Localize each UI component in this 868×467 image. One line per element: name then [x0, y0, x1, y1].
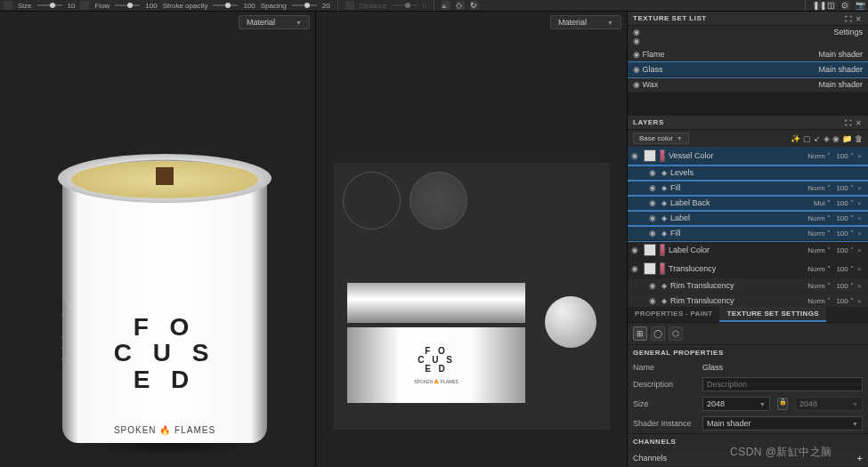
remove-icon[interactable]: ×: [857, 297, 864, 305]
eye-icon[interactable]: ◉: [631, 246, 640, 254]
stroke-slider[interactable]: [213, 4, 238, 6]
effect-icon[interactable]: ◈: [661, 169, 667, 177]
opacity[interactable]: 100 ˅: [834, 282, 854, 290]
blend-mode[interactable]: Norm ˅: [806, 229, 831, 238]
delete-icon[interactable]: 🗑: [855, 134, 863, 143]
remove-icon[interactable]: ×: [857, 152, 864, 160]
settings-link[interactable]: Settings: [833, 28, 863, 45]
eye-icon[interactable]: ◉: [631, 151, 640, 160]
opacity[interactable]: 100 ˅: [834, 152, 854, 160]
blend-mode[interactable]: Norm ˅: [806, 297, 831, 305]
eye-icon[interactable]: ◉: [633, 50, 640, 59]
eye-icon[interactable]: ◉: [633, 80, 640, 89]
layer-row[interactable]: ◉Vessel ColorNorm ˅100 ˅×: [628, 147, 868, 165]
camera-icon[interactable]: 📷: [856, 1, 864, 10]
blend-mode[interactable]: Norm ˅: [806, 265, 831, 273]
eye-icon[interactable]: ◉: [631, 264, 640, 273]
opacity[interactable]: 100 ˅: [834, 214, 854, 222]
shader-dropdown[interactable]: Main shader▼: [702, 416, 863, 431]
opacity[interactable]: 100 ˅: [834, 229, 854, 238]
iray-icon[interactable]: ⊙: [841, 1, 850, 10]
effect-icon[interactable]: ◈: [661, 297, 667, 305]
layer-row[interactable]: ◉◈Rim TranslucencyNorm ˅100 ˅×: [628, 278, 868, 294]
size-dropdown-h[interactable]: 2048▼: [795, 397, 863, 411]
layer-row[interactable]: ◉◈LabelNorm ˅100 ˅×: [628, 211, 868, 226]
compare-icon[interactable]: ↙: [814, 134, 821, 143]
lock-icon[interactable]: 🔒: [777, 398, 788, 410]
texture-set-item[interactable]: ◉ GlassMain shader: [628, 62, 868, 77]
opacity[interactable]: 100 ˅: [834, 199, 854, 207]
layer-row[interactable]: ◉◈Levels: [628, 165, 868, 181]
opacity[interactable]: 100 ˅: [834, 297, 854, 305]
symmetry-icon[interactable]: ⟁: [442, 1, 450, 10]
viewport-3d[interactable]: Material ▼ all natural coconut wax F O C…: [0, 12, 316, 467]
opacity[interactable]: 100 ˅: [834, 184, 854, 192]
opacity[interactable]: 100 ˅: [834, 246, 854, 254]
tab-properties[interactable]: PROPERTIES - PAINT: [628, 307, 719, 322]
eye-icon[interactable]: ◉: [649, 281, 658, 290]
eye-icon[interactable]: ◉: [649, 296, 658, 305]
material-dropdown[interactable]: Material ▼: [239, 15, 310, 29]
close-icon[interactable]: ✕: [856, 15, 863, 22]
brush-icon[interactable]: [4, 1, 12, 10]
remove-icon[interactable]: ×: [857, 246, 864, 254]
size-slider[interactable]: [37, 4, 62, 6]
flow-icon[interactable]: [80, 1, 89, 10]
undock-icon[interactable]: ⛶: [845, 119, 852, 126]
effect-icon[interactable]: ◈: [661, 282, 667, 290]
size-dropdown-w[interactable]: 2048▼: [702, 397, 770, 411]
tab-texture-set-settings[interactable]: TEXTURE SET SETTINGS: [719, 307, 825, 322]
eye-icon[interactable]: ◉: [649, 168, 658, 177]
remove-icon[interactable]: ×: [857, 184, 864, 192]
blend-mode[interactable]: Mul ˅: [806, 199, 831, 207]
add-layer-icon[interactable]: ◉: [832, 134, 840, 143]
remove-icon[interactable]: ×: [857, 214, 864, 222]
texture-set-item[interactable]: ◉ FlameMain shader: [628, 47, 868, 62]
eye-icon[interactable]: ◉: [649, 198, 658, 207]
mode-icon[interactable]: ◫: [827, 1, 836, 10]
blend-mode[interactable]: Norm ˅: [806, 282, 831, 290]
layer-row[interactable]: ◉◈Rim TranslucencyNorm ˅100 ˅×: [628, 294, 868, 307]
effect-icon[interactable]: ✨: [791, 134, 800, 143]
mode-cube-button[interactable]: ⬡: [669, 326, 683, 341]
viewport-2d[interactable]: Material ▼ F O C U S E D SPOKEN 🔥 FLAMES: [316, 12, 628, 467]
layer-row[interactable]: ◉◈FillNorm ˅100 ˅×: [628, 181, 868, 196]
flow-slider[interactable]: [115, 4, 140, 6]
remove-icon[interactable]: ×: [857, 282, 864, 290]
remove-icon[interactable]: ×: [857, 265, 864, 273]
pause-icon[interactable]: ❚❚: [813, 1, 822, 10]
eye-icon[interactable]: ◉: [649, 229, 658, 238]
opacity[interactable]: 100 ˅: [834, 265, 854, 273]
blend-mode[interactable]: Norm ˅: [806, 184, 831, 192]
stamp-icon[interactable]: [345, 1, 354, 10]
remove-icon[interactable]: ×: [857, 229, 864, 238]
layer-row[interactable]: ◉◈FillNorm ˅100 ˅×: [628, 226, 868, 241]
blend-mode[interactable]: Norm ˅: [806, 214, 831, 222]
layer-row[interactable]: ◉Label ColorNorm ˅100 ˅×: [628, 241, 868, 260]
mode-uv-button[interactable]: ⊞: [633, 326, 647, 341]
effect-icon[interactable]: ◈: [661, 199, 667, 207]
distance-slider[interactable]: [393, 4, 418, 6]
eye-icon[interactable]: ◉: [649, 183, 658, 192]
effect-icon[interactable]: ◈: [661, 214, 667, 222]
add-fill-icon[interactable]: ◈: [823, 134, 830, 143]
add-channel-button[interactable]: +: [857, 453, 863, 463]
layer-row[interactable]: ◉TranslucencyNorm ˅100 ˅×: [628, 260, 868, 278]
desc-input[interactable]: [702, 377, 863, 391]
visibility-all-icon[interactable]: ◉ ◉: [633, 28, 642, 45]
folder-icon[interactable]: 📁: [842, 134, 852, 143]
remove-icon[interactable]: ×: [857, 199, 864, 207]
symmetry2-icon[interactable]: ◇: [456, 1, 465, 10]
undock-icon[interactable]: ⛶: [845, 15, 852, 22]
material-dropdown-2d[interactable]: Material ▼: [550, 15, 621, 29]
eye-icon[interactable]: ◉: [633, 65, 640, 74]
close-icon[interactable]: ✕: [856, 119, 863, 126]
texture-set-item[interactable]: ◉ WaxMain shader: [628, 77, 868, 93]
mask-icon[interactable]: ▢: [803, 134, 811, 143]
eye-icon[interactable]: ◉: [649, 213, 658, 222]
blend-mode[interactable]: Norm ˅: [806, 152, 831, 160]
mode-sphere-button[interactable]: ◯: [651, 326, 665, 341]
align-icon[interactable]: ↻: [470, 1, 479, 10]
blend-mode[interactable]: Norm ˅: [806, 246, 831, 254]
effect-icon[interactable]: ◈: [661, 184, 667, 192]
